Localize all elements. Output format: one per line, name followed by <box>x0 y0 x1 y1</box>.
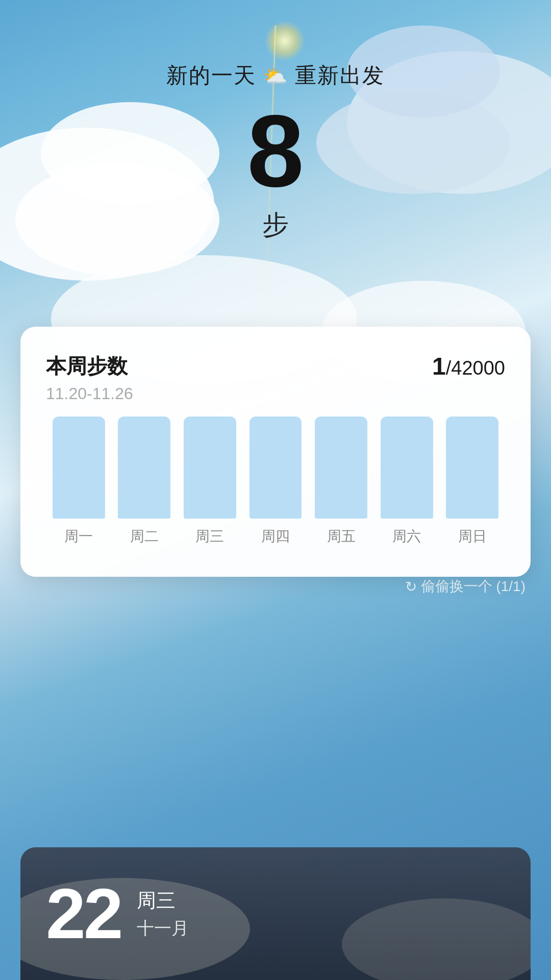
steps-number: 8 <box>0 100 551 202</box>
bar-friday: 周五 <box>308 416 374 546</box>
bar-sunday-label: 周日 <box>458 527 487 546</box>
bar-friday-label: 周五 <box>327 527 356 546</box>
bar-friday-bar <box>315 416 367 519</box>
bar-wednesday-bar <box>184 416 236 519</box>
subtitle: 新的一天 ⛅ 重新出发 <box>0 61 551 90</box>
top-section: 新的一天 ⛅ 重新出发 8 步 <box>0 61 551 243</box>
bar-tuesday: 周二 <box>112 416 178 546</box>
card-header: 本周步数 1/42000 <box>46 352 505 380</box>
calendar-info: 周三 十一月 <box>137 888 189 940</box>
bar-monday-label: 周一 <box>64 527 93 546</box>
calendar-month: 十一月 <box>137 917 189 940</box>
bar-wednesday: 周三 <box>177 416 243 546</box>
total-steps: /42000 <box>446 357 505 379</box>
card-date: 11.20-11.26 <box>46 384 505 403</box>
bar-thursday: 周四 <box>243 416 309 546</box>
bar-thursday-bar <box>249 416 302 519</box>
card-title: 本周步数 <box>46 352 128 380</box>
calendar-weekday: 周三 <box>137 888 189 914</box>
bar-tuesday-bar <box>118 416 170 519</box>
bar-monday-bar <box>53 416 105 519</box>
bar-saturday-label: 周六 <box>392 527 421 546</box>
subtitle-text2: 重新出发 <box>295 63 385 87</box>
refresh-hint[interactable]: ↻ 偷偷换一个 (1/1) <box>405 577 525 596</box>
bar-tuesday-label: 周二 <box>130 527 159 546</box>
bar-monday: 周一 <box>46 416 112 546</box>
bar-chart: 周一 周二 周三 周四 周五 周六 周日 <box>46 424 505 546</box>
bar-sunday-bar <box>446 416 498 519</box>
sun-glow <box>264 20 305 61</box>
steps-unit: 步 <box>0 207 551 243</box>
bar-thursday-label: 周四 <box>261 527 290 546</box>
bar-saturday: 周六 <box>374 416 440 546</box>
current-steps: 1 <box>432 353 446 380</box>
bar-sunday: 周日 <box>439 416 505 546</box>
bottom-calendar-card: 22 周三 十一月 <box>20 847 531 980</box>
card-count: 1/42000 <box>432 352 505 380</box>
weather-icon: ⛅ <box>263 65 288 87</box>
bar-wednesday-label: 周三 <box>195 527 224 546</box>
bar-saturday-bar <box>381 416 433 519</box>
weekly-steps-card: 本周步数 1/42000 11.20-11.26 周一 周二 周三 周四 周五 … <box>20 327 531 577</box>
refresh-icon: ↻ <box>405 578 417 595</box>
subtitle-text1: 新的一天 <box>166 63 256 87</box>
refresh-label: 偷偷换一个 (1/1) <box>421 577 525 596</box>
calendar-date: 22 <box>46 878 121 949</box>
